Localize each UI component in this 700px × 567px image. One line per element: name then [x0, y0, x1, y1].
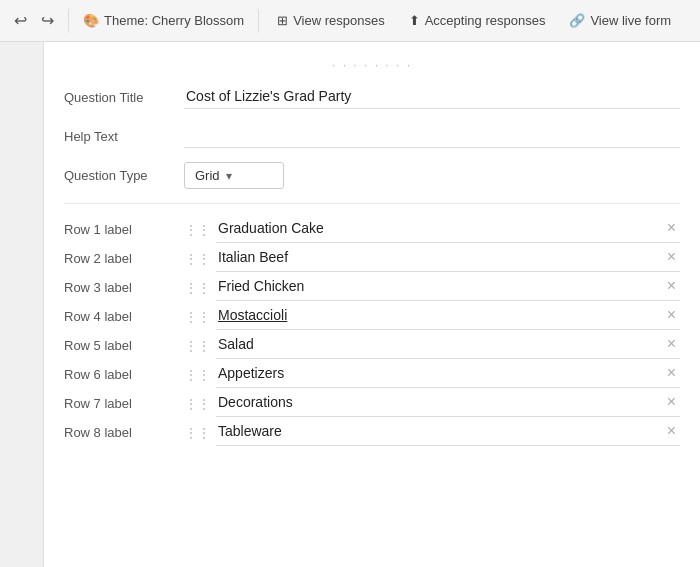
row-input-wrap: ×	[216, 390, 680, 417]
drag-handle-icon[interactable]: ⋮⋮	[184, 222, 210, 238]
row-input-wrap: ×	[216, 216, 680, 243]
theme-icon: 🎨	[83, 13, 99, 28]
question-type-dropdown[interactable]: Grid ▾	[184, 162, 284, 189]
drag-handle-icon[interactable]: ⋮⋮	[184, 251, 210, 267]
row-item: Row 7 label⋮⋮×	[64, 390, 680, 417]
undo-button[interactable]: ↩	[8, 7, 33, 34]
view-responses-button[interactable]: ⊞ View responses	[267, 8, 395, 33]
question-title-row: Question Title	[64, 84, 680, 109]
row-value-input[interactable]	[216, 361, 663, 385]
row-input-wrap: ×	[216, 245, 680, 272]
row-input-wrap: ×	[216, 332, 680, 359]
row-value-input[interactable]	[216, 332, 663, 356]
redo-button[interactable]: ↪	[35, 7, 60, 34]
row-delete-button[interactable]: ×	[663, 249, 680, 265]
question-title-input[interactable]	[184, 84, 680, 109]
row-label: Row 8 label	[64, 425, 184, 440]
question-type-label: Question Type	[64, 162, 184, 183]
row-delete-button[interactable]: ×	[663, 220, 680, 236]
drag-handle-icon[interactable]: ⋮⋮	[184, 338, 210, 354]
view-live-icon: 🔗	[569, 13, 585, 28]
help-text-input[interactable]	[184, 123, 680, 148]
row-value-input[interactable]	[216, 390, 663, 414]
row-item: Row 1 label⋮⋮×	[64, 216, 680, 243]
drag-handle-icon[interactable]: ⋮⋮	[184, 367, 210, 383]
row-input-wrap: ×	[216, 419, 680, 446]
main-content: · · · · · · · · Question Title Help Text…	[0, 42, 700, 567]
view-live-label: View live form	[590, 13, 671, 28]
theme-label: Theme: Cherry Blossom	[104, 13, 244, 28]
rows-container: Row 1 label⋮⋮×Row 2 label⋮⋮×Row 3 label⋮…	[64, 216, 680, 446]
row-item: Row 6 label⋮⋮×	[64, 361, 680, 388]
sidebar	[0, 42, 44, 567]
row-item: Row 2 label⋮⋮×	[64, 245, 680, 272]
row-item: Row 4 label⋮⋮×	[64, 303, 680, 330]
drag-handle-dots: · · · · · · · ·	[64, 58, 680, 72]
chevron-down-icon: ▾	[226, 169, 232, 183]
row-delete-button[interactable]: ×	[663, 278, 680, 294]
drag-handle-icon[interactable]: ⋮⋮	[184, 425, 210, 441]
row-delete-button[interactable]: ×	[663, 307, 680, 323]
view-responses-label: View responses	[293, 13, 385, 28]
toolbar: ↩ ↪ 🎨 Theme: Cherry Blossom ⊞ View respo…	[0, 0, 700, 42]
form-panel: · · · · · · · · Question Title Help Text…	[44, 42, 700, 567]
view-responses-icon: ⊞	[277, 13, 288, 28]
row-label: Row 3 label	[64, 280, 184, 295]
drag-handle-icon[interactable]: ⋮⋮	[184, 280, 210, 296]
row-label: Row 2 label	[64, 251, 184, 266]
row-label: Row 5 label	[64, 338, 184, 353]
undo-redo-group: ↩ ↪	[8, 7, 60, 34]
row-label: Row 1 label	[64, 222, 184, 237]
row-value-input[interactable]	[216, 274, 663, 298]
help-text-row: Help Text	[64, 123, 680, 148]
drag-handle-icon[interactable]: ⋮⋮	[184, 396, 210, 412]
row-delete-button[interactable]: ×	[663, 336, 680, 352]
theme-button[interactable]: 🎨 Theme: Cherry Blossom	[68, 8, 259, 33]
question-title-label: Question Title	[64, 84, 184, 105]
row-value-input[interactable]	[216, 216, 663, 240]
section-divider	[64, 203, 680, 204]
question-type-row: Question Type Grid ▾	[64, 162, 680, 189]
row-label: Row 6 label	[64, 367, 184, 382]
help-text-label: Help Text	[64, 123, 184, 144]
row-input-wrap: ×	[216, 361, 680, 388]
row-label: Row 7 label	[64, 396, 184, 411]
view-live-button[interactable]: 🔗 View live form	[559, 8, 681, 33]
question-type-value: Grid	[195, 168, 220, 183]
row-input-wrap: ×	[216, 303, 680, 330]
row-delete-button[interactable]: ×	[663, 423, 680, 439]
row-label: Row 4 label	[64, 309, 184, 324]
row-item: Row 3 label⋮⋮×	[64, 274, 680, 301]
row-value-input[interactable]	[216, 419, 663, 443]
row-input-wrap: ×	[216, 274, 680, 301]
accepting-responses-button[interactable]: ⬆ Accepting responses	[399, 8, 556, 33]
row-item: Row 5 label⋮⋮×	[64, 332, 680, 359]
row-delete-button[interactable]: ×	[663, 394, 680, 410]
row-value-input[interactable]	[216, 245, 663, 269]
row-delete-button[interactable]: ×	[663, 365, 680, 381]
row-item: Row 8 label⋮⋮×	[64, 419, 680, 446]
accepting-responses-icon: ⬆	[409, 13, 420, 28]
accepting-responses-label: Accepting responses	[425, 13, 546, 28]
drag-handle-icon[interactable]: ⋮⋮	[184, 309, 210, 325]
row-value-input[interactable]	[216, 303, 663, 327]
